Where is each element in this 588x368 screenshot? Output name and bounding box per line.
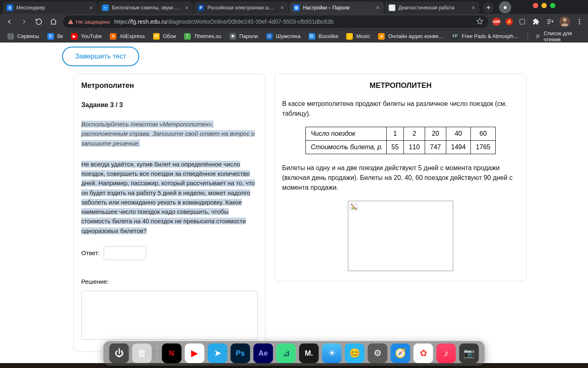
bookmark-item[interactable]: FPFree Pads & Atmosph… bbox=[449, 31, 522, 41]
task-title: Метрополитен bbox=[81, 81, 258, 90]
bookmark-favicon: BL bbox=[309, 33, 315, 40]
bookmark-item[interactable]: ВВк bbox=[44, 31, 66, 41]
back-button[interactable] bbox=[4, 16, 15, 27]
reading-list-label: Список для чтения bbox=[544, 30, 581, 43]
bookmark-label: YouTube bbox=[81, 33, 102, 39]
abp-extension-icon[interactable]: ABP bbox=[492, 18, 501, 26]
dock-safari-icon[interactable]: 🧭 bbox=[391, 343, 410, 363]
reference-heading: МЕТРОПОЛИТЕН bbox=[282, 81, 519, 90]
tab-favicon: 📄 bbox=[389, 4, 395, 11]
bookmark-favicon: ⋮⋮ bbox=[7, 33, 14, 40]
bookmark-favicon: Ш bbox=[266, 33, 273, 40]
bookmark-favicon: ▶ bbox=[71, 33, 78, 40]
bookmark-item[interactable]: AAliExpress bbox=[107, 31, 148, 41]
not-secure-label: Не защищено bbox=[76, 19, 110, 25]
dock-trash-icon[interactable]: 🗑 bbox=[132, 343, 152, 363]
bookmarks-bar: ⋮⋮СервисыВВк▶YouTubeAAliExpressWОбои77th… bbox=[0, 29, 588, 43]
task-instruction: Воспользуйтесь текстом «Метрополитен», р… bbox=[81, 119, 258, 148]
browser-tab[interactable]: ⚙Настройки – Пароли× bbox=[289, 2, 384, 14]
media-control-icon[interactable] bbox=[546, 17, 555, 26]
tab-close-icon[interactable]: × bbox=[470, 5, 476, 11]
dock-music-icon[interactable]: ♪ bbox=[437, 343, 456, 363]
task-card: Метрополитен Задание 3 / 3 Воспользуйтес… bbox=[74, 74, 265, 352]
solution-textarea[interactable] bbox=[81, 291, 258, 340]
dock-netflix-icon[interactable]: N bbox=[162, 343, 182, 363]
reload-button[interactable] bbox=[33, 16, 44, 27]
answer-input[interactable] bbox=[104, 246, 146, 260]
answer-label: Ответ: bbox=[81, 249, 100, 256]
minimize-window-button[interactable] bbox=[541, 3, 547, 8]
tab-title: Российская электронная школа bbox=[207, 5, 276, 11]
browser-tab[interactable]: IIМессенджер× bbox=[2, 2, 97, 14]
reference-intro: В кассе метрополитена продают билеты на … bbox=[282, 99, 519, 119]
tab-close-icon[interactable]: × bbox=[375, 5, 381, 11]
dock-finder-icon[interactable]: 😊 bbox=[345, 343, 365, 363]
browser-tab[interactable]: 📄Диагностическая работа× bbox=[385, 2, 479, 14]
browser-toolbar: Не защищено https://fg.resh.edu.ru/diagn… bbox=[0, 14, 588, 29]
reading-list-button[interactable]: Список для чтения bbox=[532, 29, 584, 44]
bookmark-favicon: A bbox=[110, 33, 116, 40]
address-bar[interactable]: Не защищено https://fg.resh.edu.ru/diagn… bbox=[63, 16, 488, 28]
bookmark-label: Music bbox=[356, 33, 370, 39]
bookmark-label: Пароли bbox=[239, 33, 258, 39]
extensions-puzzle-icon[interactable] bbox=[532, 17, 541, 26]
dock-youtube-icon[interactable]: ▶ bbox=[185, 343, 205, 363]
dock-matlab-icon[interactable]: M. bbox=[299, 343, 319, 363]
home-button[interactable] bbox=[48, 16, 59, 27]
dock-androidstudio-icon[interactable]: ⊿ bbox=[276, 343, 296, 363]
bookmark-favicon: 7 bbox=[184, 33, 191, 40]
tab-title: Бесплатные сэмплы, звуки и лупы bbox=[112, 5, 180, 11]
dashed-extension-icon[interactable] bbox=[518, 17, 527, 26]
dock-power-icon[interactable]: ⏻ bbox=[109, 343, 129, 363]
browser-tab[interactable]: ~Бесплатные сэмплы, звуки и лупы× bbox=[98, 2, 193, 14]
close-window-button[interactable] bbox=[533, 3, 538, 8]
broken-image-icon bbox=[351, 204, 357, 210]
chrome-menu-icon[interactable] bbox=[575, 17, 584, 26]
bookmark-label: Шумотека bbox=[276, 33, 301, 39]
bookmark-item[interactable]: ⋮⋮Сервисы bbox=[4, 31, 42, 41]
mac-traffic-lights bbox=[533, 3, 555, 8]
bookmark-star-icon[interactable] bbox=[476, 18, 483, 26]
page-content: Завершить тест Метрополитен Задание 3 / … bbox=[0, 43, 588, 368]
bookmark-item[interactable]: BLBosslike bbox=[305, 31, 341, 41]
dock-telegram-icon[interactable]: ➤ bbox=[208, 343, 227, 363]
dock-weather-icon[interactable]: ☀ bbox=[322, 343, 342, 363]
finish-test-button[interactable]: Завершить тест bbox=[62, 47, 139, 66]
not-secure-badge[interactable]: Не защищено bbox=[68, 19, 110, 25]
profile-avatar-button[interactable] bbox=[559, 16, 570, 27]
maximize-window-button[interactable] bbox=[550, 3, 555, 8]
bookmark-label: Обои bbox=[163, 33, 176, 39]
url-text: https://fg.resh.edu.ru/diagnosticWorksOn… bbox=[114, 18, 472, 25]
bookmark-item[interactable]: 77themes.su bbox=[181, 31, 225, 41]
bookmark-item[interactable]: ●Онлайн аудио конве… bbox=[375, 31, 447, 41]
svg-point-3 bbox=[579, 21, 580, 22]
bookmark-label: Free Pads & Atmosph… bbox=[462, 33, 519, 39]
dock-aftereffects-icon[interactable]: Ae bbox=[254, 343, 273, 363]
browser-tab[interactable]: РРоссийская электронная школа× bbox=[194, 2, 288, 14]
dock-settings-icon[interactable]: ⚙ bbox=[368, 343, 388, 363]
bookmark-item[interactable]: WОбои bbox=[150, 31, 179, 41]
dock-photoshop-icon[interactable]: Ps bbox=[231, 343, 250, 363]
tab-close-icon[interactable]: × bbox=[184, 5, 189, 11]
svg-point-2 bbox=[579, 19, 580, 20]
tab-favicon: ~ bbox=[102, 4, 109, 11]
bookmark-label: Онлайн аудио конве… bbox=[388, 33, 443, 39]
bookmark-item[interactable]: ♪Music bbox=[343, 31, 373, 41]
tab-close-icon[interactable]: × bbox=[88, 5, 94, 11]
bookmark-item[interactable]: ✱Пароли bbox=[226, 31, 261, 41]
dock-photos-icon[interactable]: ✿ bbox=[414, 343, 433, 363]
task-body: Не всегда удаётся, купив билет на опреде… bbox=[81, 159, 258, 236]
new-tab-button[interactable]: + bbox=[483, 2, 494, 13]
dock-camera-icon[interactable]: 📷 bbox=[459, 343, 479, 363]
bookmark-item[interactable]: ▶YouTube bbox=[68, 31, 105, 41]
forward-button[interactable] bbox=[19, 16, 29, 27]
tab-title: Диагностическая работа bbox=[399, 5, 467, 11]
svg-rect-0 bbox=[520, 19, 525, 24]
tabstrip-account-button[interactable]: ● bbox=[499, 1, 511, 13]
page-scroll[interactable]: Завершить тест Метрополитен Задание 3 / … bbox=[0, 43, 588, 363]
bookmark-item[interactable]: ШШумотека bbox=[263, 31, 304, 41]
red-extension-icon[interactable]: ⚡ bbox=[506, 18, 513, 25]
bookmark-favicon: FP bbox=[452, 33, 459, 40]
tab-close-icon[interactable]: × bbox=[279, 5, 285, 11]
tab-title: Настройки – Пароли bbox=[303, 5, 372, 11]
